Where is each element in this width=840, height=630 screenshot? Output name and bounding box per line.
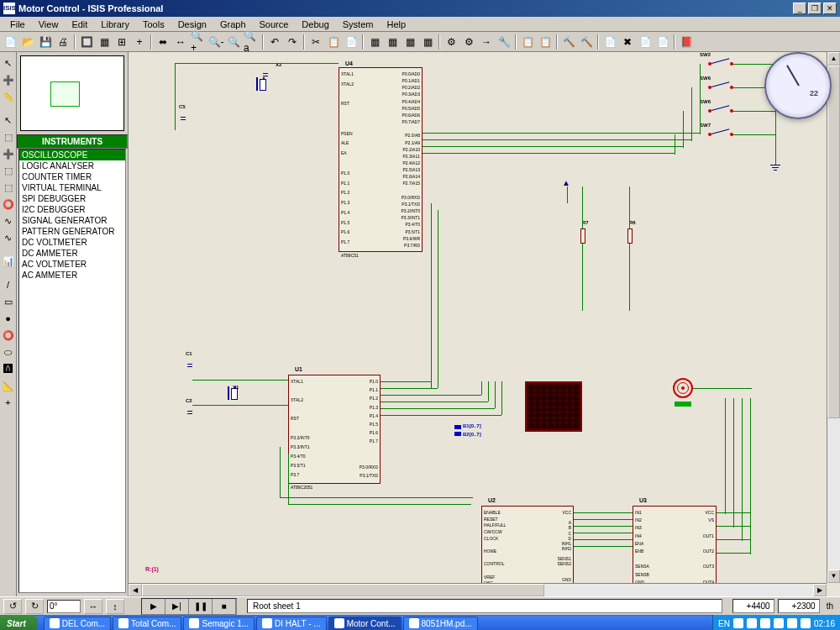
cap-c2[interactable]: [187, 408, 192, 417]
palette-tool[interactable]: ➕: [1, 72, 16, 87]
palette-tool[interactable]: ▭: [1, 294, 16, 309]
toolbar-button[interactable]: ⚙: [443, 34, 459, 50]
chip-u1[interactable]: XTAL1XTAL2RSTP3.2/INT0P3.3/INT1P3.4/T0P3…: [288, 375, 381, 484]
chip-u2[interactable]: ENABLERESETHALF/FULLCW/CCWCLOCKHOMECONTR…: [481, 506, 574, 590]
instruments-list[interactable]: OSCILLOSCOPELOGIC ANALYSERCOUNTER TIMERV…: [18, 149, 126, 593]
menu-help[interactable]: Help: [380, 18, 412, 31]
stop-button[interactable]: ■: [213, 599, 236, 614]
instrument-item[interactable]: COUNTER TIMER: [19, 171, 125, 182]
toolbar-button[interactable]: 📄: [601, 34, 618, 50]
toolbar-button[interactable]: ⚙: [460, 34, 477, 50]
tray-icon[interactable]: [733, 618, 743, 628]
menu-library[interactable]: Library: [94, 18, 136, 31]
close-button[interactable]: ✕: [823, 3, 837, 14]
play-button[interactable]: ▶: [142, 599, 165, 614]
instrument-item[interactable]: SIGNAL GENERATOR: [19, 215, 125, 226]
tray-icon[interactable]: [760, 618, 770, 628]
toolbar-button[interactable]: +: [131, 34, 148, 50]
cap-c1[interactable]: [187, 361, 192, 370]
toolbar-button[interactable]: 📄: [2, 34, 18, 50]
toolbar-button[interactable]: 🖨: [55, 34, 71, 50]
toolbar-button[interactable]: ▦: [402, 34, 418, 50]
instrument-item[interactable]: LOGIC ANALYSER: [19, 160, 125, 171]
palette-tool[interactable]: 📏: [1, 89, 16, 104]
instrument-item[interactable]: OSCILLOSCOPE: [19, 150, 125, 160]
switch-sw7[interactable]: [708, 131, 733, 138]
toolbar-button[interactable]: 💾: [37, 34, 54, 50]
toolbar-button[interactable]: ↔: [172, 34, 189, 50]
minimize-button[interactable]: _: [793, 3, 806, 14]
tray-icon[interactable]: [747, 618, 757, 628]
instrument-item[interactable]: AC VOLTMETER: [19, 259, 125, 270]
schematic-preview[interactable]: [20, 55, 124, 131]
taskbar-app-button[interactable]: DI HALT - ...: [256, 617, 327, 631]
menu-graph[interactable]: Graph: [213, 18, 253, 31]
toolbar-button[interactable]: 📋: [537, 34, 554, 50]
palette-tool[interactable]: ⬚: [1, 180, 16, 195]
instrument-item[interactable]: SPI DEBUGGER: [19, 193, 125, 204]
tray-icon[interactable]: [801, 618, 811, 628]
instrument-item[interactable]: VIRTUAL TERMINAL: [19, 182, 125, 193]
tray-lang[interactable]: EN: [718, 619, 730, 628]
toolbar-button[interactable]: 🔍: [225, 34, 242, 50]
taskbar-app-button[interactable]: Semagic 1...: [183, 617, 255, 631]
flip-v-button[interactable]: ↕: [106, 599, 124, 614]
instrument-item[interactable]: AC AMMETER: [19, 270, 125, 281]
toolbar-button[interactable]: ▦: [419, 34, 436, 50]
taskbar-app-button[interactable]: 8051HM.pd...: [403, 617, 478, 631]
menu-source[interactable]: Source: [253, 18, 296, 31]
toolbar-button[interactable]: ⊞: [113, 34, 130, 50]
toolbar-button[interactable]: ✖: [619, 34, 636, 50]
palette-tool[interactable]: ↖: [1, 55, 16, 71]
switch-sw6[interactable]: [708, 84, 733, 91]
palette-tool[interactable]: ➕: [1, 146, 16, 161]
toolbar-button[interactable]: 📂: [19, 34, 36, 50]
rotate-cw-button[interactable]: ↻: [25, 599, 44, 614]
palette-tool[interactable]: 📐: [1, 378, 16, 393]
angle-input[interactable]: [47, 600, 81, 613]
toolbar-button[interactable]: 📄: [654, 34, 671, 50]
toolbar-button[interactable]: 🔍+: [190, 34, 207, 50]
led-matrix[interactable]: [525, 381, 582, 432]
palette-tool[interactable]: ⭕: [1, 197, 16, 212]
taskbar-app-button[interactable]: DEL Com...: [44, 617, 111, 631]
chip-u3[interactable]: IN1IN2IN3IN4ENAENBSENSASENSBGNDVCCVSOUT1…: [633, 506, 717, 590]
toolbar-button[interactable]: ▦: [384, 34, 401, 50]
toolbar-button[interactable]: 📄: [343, 34, 360, 50]
palette-tool[interactable]: ↖: [1, 113, 16, 128]
palette-tool[interactable]: ∿: [1, 213, 16, 228]
toolbar-button[interactable]: →: [478, 34, 495, 50]
toolbar-button[interactable]: ▦: [96, 34, 113, 50]
toolbar-button[interactable]: 📋: [519, 34, 536, 50]
palette-tool[interactable]: +: [1, 395, 16, 410]
palette-tool[interactable]: 🅰: [1, 361, 16, 376]
palette-tool[interactable]: ⬚: [1, 129, 16, 144]
instrument-item[interactable]: DC VOLTMETER: [19, 237, 125, 248]
horizontal-scrollbar[interactable]: ◀▶: [129, 583, 827, 596]
crystal-x1[interactable]: [228, 386, 236, 400]
switch-sw6b[interactable]: [708, 108, 733, 114]
start-button[interactable]: Start: [0, 615, 38, 630]
palette-tool[interactable]: ⬚: [1, 163, 16, 178]
toolbar-button[interactable]: 📄: [637, 34, 654, 50]
menu-system[interactable]: System: [336, 18, 381, 31]
step-button[interactable]: ▶|: [165, 599, 189, 614]
cap-c5[interactable]: [181, 114, 186, 123]
toolbar-button[interactable]: 🔲: [78, 34, 95, 50]
toolbar-button[interactable]: 📕: [678, 34, 695, 50]
palette-tool[interactable]: ●: [1, 311, 16, 326]
vertical-scrollbar[interactable]: ▲▼: [827, 52, 840, 583]
toolbar-button[interactable]: ▦: [366, 34, 383, 50]
palette-tool[interactable]: 📊: [1, 254, 16, 269]
menu-file[interactable]: File: [3, 18, 32, 31]
switch-sw2[interactable]: [708, 60, 733, 67]
toolbar-button[interactable]: ↷: [284, 34, 301, 50]
stepper-motor[interactable]: [673, 378, 693, 398]
tray-icon[interactable]: [787, 618, 797, 628]
toolbar-button[interactable]: 🔍a: [243, 34, 260, 50]
toolbar-button[interactable]: ⬌: [155, 34, 171, 50]
pause-button[interactable]: ❚❚: [189, 599, 213, 614]
palette-tool[interactable]: ⭕: [1, 328, 16, 343]
instrument-item[interactable]: PATTERN GENERATOR: [19, 226, 125, 237]
palette-tool[interactable]: ⬭: [1, 344, 16, 360]
